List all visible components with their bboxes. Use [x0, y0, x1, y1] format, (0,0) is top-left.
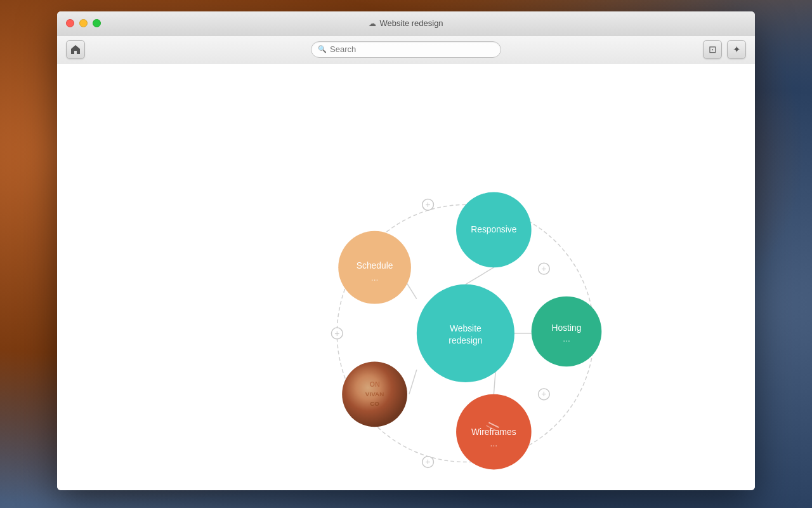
toolbar-right: ⊡ ✦: [703, 40, 746, 59]
toolbar: 🔍 ⊡ ✦: [57, 36, 755, 64]
cloud-icon: ☁: [369, 19, 376, 28]
share-icon: ⊡: [709, 44, 717, 55]
mac-window: ☁ Website redesign 🔍 ⊡ ✦: [57, 11, 755, 490]
search-input[interactable]: [330, 44, 494, 54]
line-wireframes: [494, 370, 495, 394]
content-area: Website redesign Responsive Hosting ··· …: [57, 64, 755, 490]
plus-right-bottom: +: [541, 389, 546, 399]
home-button[interactable]: [66, 40, 85, 59]
search-bar[interactable]: 🔍: [311, 41, 501, 58]
plus-bottom: +: [426, 457, 431, 467]
line-responsive: [466, 267, 494, 284]
responsive-node[interactable]: [456, 192, 532, 268]
toolbar-left: [66, 40, 85, 59]
traffic-lights: [57, 19, 101, 27]
mindmap: Website redesign Responsive Hosting ··· …: [57, 64, 755, 490]
maximize-button[interactable]: [93, 19, 101, 27]
photo-text3: CO: [370, 400, 379, 407]
star-icon: ✦: [733, 44, 741, 55]
line-photo: [409, 370, 417, 394]
search-icon: 🔍: [318, 45, 327, 53]
home-icon: [70, 44, 81, 55]
minimize-button[interactable]: [79, 19, 88, 27]
close-button[interactable]: [66, 19, 74, 27]
share-button[interactable]: ⊡: [703, 40, 722, 59]
plus-left: +: [334, 328, 339, 338]
photo-text1: ON: [369, 380, 379, 388]
schedule-node[interactable]: [338, 231, 411, 304]
wireframes-node[interactable]: [456, 394, 532, 470]
bookmark-button[interactable]: ✦: [727, 40, 746, 59]
photo-text2: VIVAN: [365, 391, 384, 398]
plus-top: +: [426, 199, 431, 210]
title-bar: ☁ Website redesign: [57, 11, 755, 36]
mindmap-svg: Website redesign Responsive Hosting ··· …: [57, 64, 755, 490]
window-title: Website redesign: [379, 18, 443, 28]
plus-right-top: +: [541, 264, 546, 274]
window-title-area: ☁ Website redesign: [369, 18, 443, 28]
hosting-node[interactable]: [532, 297, 602, 367]
center-node[interactable]: [417, 284, 514, 382]
